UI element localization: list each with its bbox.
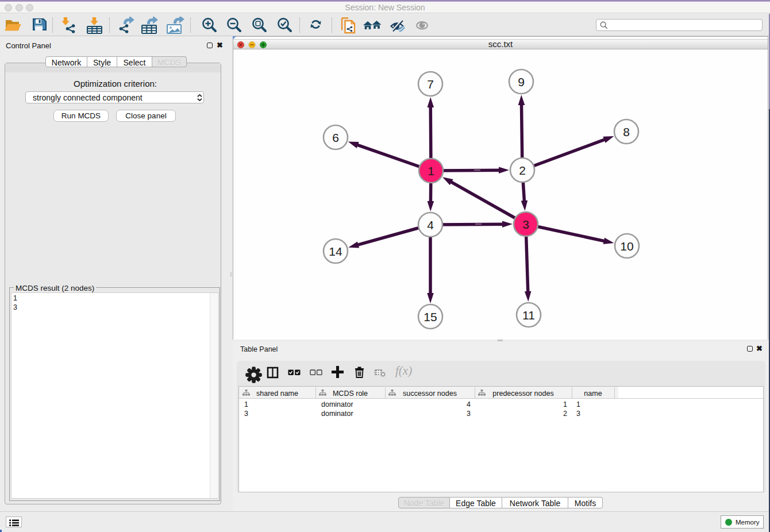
svg-text:9: 9 <box>518 75 525 88</box>
svg-text:10: 10 <box>620 240 633 253</box>
svg-text:1: 1 <box>428 164 434 178</box>
svg-text:f(x): f(x) <box>395 365 412 377</box>
svg-text:8: 8 <box>623 125 630 138</box>
svg-text:3: 3 <box>522 218 529 231</box>
svg-text:7: 7 <box>427 78 434 91</box>
svg-text:4: 4 <box>427 218 434 232</box>
svg-text:14: 14 <box>329 245 342 258</box>
svg-text:15: 15 <box>424 310 437 323</box>
svg-text:6: 6 <box>332 131 339 144</box>
svg-text:2: 2 <box>519 164 526 177</box>
svg-text:11: 11 <box>522 309 535 322</box>
